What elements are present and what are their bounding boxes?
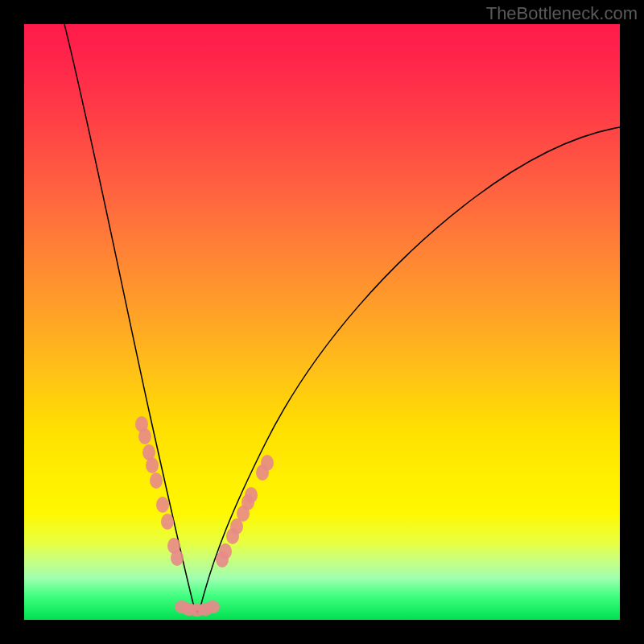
data-dot: [156, 497, 169, 513]
data-dot: [245, 487, 258, 503]
data-dot: [205, 601, 220, 613]
data-dot: [138, 428, 151, 444]
chart-svg: [24, 24, 620, 620]
curve-right: [200, 127, 620, 610]
data-dot: [261, 455, 274, 471]
plot-area: [24, 24, 620, 620]
dots-bottom-group: [175, 601, 220, 617]
curve-left: [64, 24, 195, 610]
data-dot: [219, 543, 232, 559]
data-dot: [150, 473, 163, 489]
data-dot: [161, 514, 174, 530]
dots-right-group: [216, 455, 274, 568]
data-dot: [171, 550, 184, 566]
watermark-text: TheBottleneck.com: [486, 3, 638, 24]
dots-left-group: [135, 416, 184, 566]
data-dot: [146, 457, 159, 473]
chart-container: TheBottleneck.com: [0, 0, 644, 644]
